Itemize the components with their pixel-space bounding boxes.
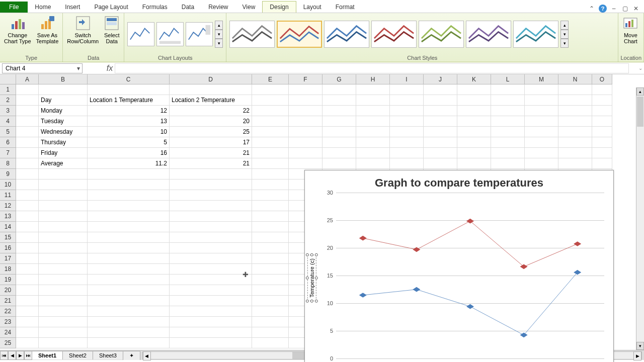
row-header-8[interactable]: 8	[0, 158, 16, 169]
row-header-7[interactable]: 7	[0, 148, 16, 158]
cell-A17[interactable]	[16, 253, 39, 264]
cell-D9[interactable]	[170, 169, 252, 179]
cell-B23[interactable]	[39, 317, 88, 327]
cell-L6[interactable]	[491, 137, 525, 148]
chart-style-5[interactable]	[419, 21, 464, 48]
chart-layout-2[interactable]	[156, 22, 184, 46]
cell-K6[interactable]	[457, 137, 491, 148]
cell-B20[interactable]	[39, 285, 88, 296]
row-header-17[interactable]: 17	[0, 253, 16, 264]
cell-D13[interactable]	[170, 211, 252, 222]
select-all-corner[interactable]	[0, 74, 16, 84]
cell-I1[interactable]	[390, 84, 424, 95]
sheet-nav-last[interactable]: ⏭	[24, 351, 32, 360]
cell-A21[interactable]	[16, 296, 39, 306]
cell-A23[interactable]	[16, 317, 39, 327]
cell-D25[interactable]	[170, 338, 252, 348]
cell-D24[interactable]	[170, 327, 252, 338]
cell-E21[interactable]	[252, 296, 289, 306]
cell-E13[interactable]	[252, 211, 289, 222]
cell-M1[interactable]	[525, 84, 558, 95]
name-box[interactable]: Chart 4	[2, 63, 83, 73]
cell-D10[interactable]	[170, 179, 252, 190]
cell-L3[interactable]	[491, 106, 525, 116]
cell-C20[interactable]	[88, 285, 170, 296]
col-header-B[interactable]: B	[39, 74, 88, 84]
chart-layout-1[interactable]	[127, 22, 154, 46]
cell-D20[interactable]	[170, 285, 252, 296]
col-header-L[interactable]: L	[491, 74, 525, 84]
row-header-2[interactable]: 2	[0, 95, 16, 106]
row-header-4[interactable]: 4	[0, 116, 16, 127]
cell-L2[interactable]	[491, 95, 525, 106]
cell-B16[interactable]	[39, 243, 88, 253]
cell-A3[interactable]	[16, 106, 39, 116]
cell-G3[interactable]	[323, 106, 356, 116]
cell-A6[interactable]	[16, 137, 39, 148]
cell-E14[interactable]	[252, 222, 289, 232]
minimize-ribbon-icon[interactable]: ⌃	[588, 5, 596, 13]
row-header-9[interactable]: 9	[0, 169, 16, 179]
cell-D4[interactable]: 20	[170, 116, 252, 127]
cell-O8[interactable]	[592, 158, 612, 169]
cell-D16[interactable]	[170, 243, 252, 253]
cell-M5[interactable]	[525, 127, 558, 137]
cell-M4[interactable]	[525, 116, 558, 127]
cell-C21[interactable]	[88, 296, 170, 306]
cell-L4[interactable]	[491, 116, 525, 127]
cell-B17[interactable]	[39, 253, 88, 264]
cell-B1[interactable]	[39, 84, 88, 95]
cell-C11[interactable]	[88, 190, 170, 201]
cell-B4[interactable]: Tuesday	[39, 116, 88, 127]
tab-page-layout[interactable]: Page Layout	[87, 2, 135, 13]
cell-B10[interactable]	[39, 179, 88, 190]
cell-K3[interactable]	[457, 106, 491, 116]
cell-A22[interactable]	[16, 306, 39, 317]
cell-O1[interactable]	[592, 84, 612, 95]
cell-J2[interactable]	[424, 95, 457, 106]
row-header-25[interactable]: 25	[0, 338, 16, 348]
sheet-tab-1[interactable]: Sheet1	[32, 351, 63, 359]
cell-A8[interactable]	[16, 158, 39, 169]
tab-file[interactable]: File	[0, 2, 28, 13]
cell-C2[interactable]: Location 1 Temperature	[88, 95, 170, 106]
cell-I3[interactable]	[390, 106, 424, 116]
cell-E16[interactable]	[252, 243, 289, 253]
fx-icon[interactable]: fx	[105, 64, 115, 73]
cell-B3[interactable]: Monday	[39, 106, 88, 116]
cell-K1[interactable]	[457, 84, 491, 95]
tab-design[interactable]: Design	[262, 1, 296, 13]
cell-D3[interactable]: 22	[170, 106, 252, 116]
cell-J5[interactable]	[424, 127, 457, 137]
cell-J8[interactable]	[424, 158, 457, 169]
row-header-3[interactable]: 3	[0, 106, 16, 116]
row-header-10[interactable]: 10	[0, 179, 16, 190]
cell-B9[interactable]	[39, 169, 88, 179]
cell-N6[interactable]	[558, 137, 592, 148]
cell-C15[interactable]	[88, 232, 170, 243]
row-header-20[interactable]: 20	[0, 285, 16, 296]
cell-N3[interactable]	[558, 106, 592, 116]
cell-G5[interactable]	[323, 127, 356, 137]
cell-C7[interactable]: 16	[88, 148, 170, 158]
switch-row-column-button[interactable]: Switch Row/Column	[65, 14, 101, 45]
plot-area[interactable]	[336, 193, 604, 362]
cell-E3[interactable]	[252, 106, 289, 116]
cell-O3[interactable]	[592, 106, 612, 116]
cell-D17[interactable]	[170, 253, 252, 264]
cell-D1[interactable]	[170, 84, 252, 95]
col-header-M[interactable]: M	[525, 74, 558, 84]
cell-E20[interactable]	[252, 285, 289, 296]
cell-L7[interactable]	[491, 148, 525, 158]
cell-F7[interactable]	[289, 148, 323, 158]
cell-I4[interactable]	[390, 116, 424, 127]
cell-B21[interactable]	[39, 296, 88, 306]
cell-B2[interactable]: Day	[39, 95, 88, 106]
cell-D18[interactable]	[170, 264, 252, 275]
cell-L1[interactable]	[491, 84, 525, 95]
cell-B7[interactable]: Friday	[39, 148, 88, 158]
cell-H6[interactable]	[356, 137, 390, 148]
cell-G2[interactable]	[323, 95, 356, 106]
cell-H7[interactable]	[356, 148, 390, 158]
col-header-H[interactable]: H	[356, 74, 390, 84]
